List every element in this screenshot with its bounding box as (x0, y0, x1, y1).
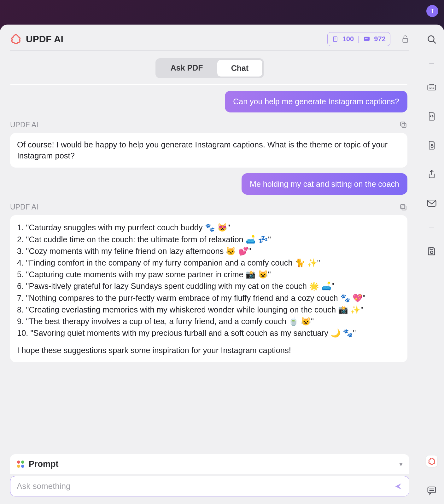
svg-rect-20 (428, 487, 436, 493)
page-count: 100 (342, 35, 354, 43)
ai-message: 1. "Caturday snuggles with my purrfect c… (10, 215, 407, 362)
toolbar-separator (429, 227, 434, 227)
save-icon[interactable] (426, 246, 437, 256)
svg-line-13 (433, 41, 435, 43)
caption-item: 7. "Nothing compares to the purr-fectly … (17, 293, 400, 304)
chat-input[interactable] (17, 481, 394, 491)
svg-point-4 (365, 38, 366, 39)
tab-ask-pdf[interactable]: Ask PDF (157, 60, 217, 77)
updf-logo-icon (10, 33, 21, 45)
page-icon (332, 36, 338, 42)
convert-icon[interactable] (426, 111, 437, 122)
svg-rect-9 (400, 122, 405, 126)
chat-input-row (10, 476, 409, 496)
svg-point-18 (430, 251, 433, 254)
tab-chat[interactable]: Chat (217, 60, 263, 77)
svg-rect-11 (400, 204, 405, 209)
svg-rect-19 (430, 248, 433, 249)
send-icon[interactable] (394, 482, 403, 490)
caption-item: 2. "Cat cuddle time on the couch: the ul… (17, 234, 400, 245)
chevron-down-icon: ▾ (400, 461, 402, 468)
ai-label: UPDF AI (10, 203, 38, 211)
notes-icon[interactable] (426, 485, 437, 496)
mode-segmented-control: Ask PDF Chat (155, 58, 264, 78)
svg-rect-7 (403, 38, 408, 43)
caption-item: 9. "The best therapy involves a cup of t… (17, 316, 400, 327)
right-toolbar: OCR (419, 25, 444, 504)
protect-icon[interactable] (426, 140, 437, 151)
copy-icon[interactable] (399, 203, 407, 211)
svg-rect-8 (402, 123, 406, 128)
copy-icon[interactable] (399, 121, 407, 129)
ocr-icon[interactable]: OCR (426, 82, 437, 93)
usage-counter[interactable]: 100 | 972 (327, 32, 390, 46)
ai-message: Of course! I would be happy to help you … (10, 133, 407, 168)
caption-item: 4. "Finding comfort in the company of my… (17, 257, 400, 268)
search-icon[interactable] (426, 34, 437, 45)
svg-text:OCR: OCR (429, 87, 435, 90)
caption-item: 10. "Savoring quiet moments with my prec… (17, 328, 400, 339)
counter-separator: | (358, 35, 359, 43)
svg-rect-16 (431, 146, 433, 147)
svg-point-5 (366, 38, 367, 39)
user-message: Can you help me generate Instagram capti… (225, 91, 407, 112)
ai-message-footer: I hope these suggestions spark some insp… (17, 345, 400, 356)
svg-rect-17 (427, 200, 436, 206)
chat-area[interactable]: Can you help me generate Instagram capti… (10, 84, 409, 450)
avatar[interactable]: T (426, 5, 438, 17)
caption-item: 5. "Capturing cute moments with my paw-s… (17, 269, 400, 280)
header: UPDF AI 100 | 972 (10, 32, 409, 51)
mail-icon[interactable] (426, 198, 437, 209)
svg-point-6 (368, 38, 369, 39)
ai-label: UPDF AI (10, 121, 38, 129)
ai-panel: UPDF AI 100 | 972 Ask PDF Chat Can you h… (0, 25, 444, 504)
prompt-label: Prompt (29, 459, 59, 469)
token-count: 972 (374, 35, 386, 43)
caption-item: 6. "Paws-itively grateful for lazy Sunda… (17, 281, 400, 292)
toolbar-separator (429, 63, 434, 64)
lock-icon[interactable] (401, 34, 409, 44)
updf-mini-logo[interactable] (426, 455, 437, 467)
prompt-dots-icon (17, 461, 24, 468)
user-message: Me holding my cat and sitting on the coa… (242, 173, 407, 195)
app-title: UPDF AI (26, 34, 63, 44)
prompt-toggle[interactable]: Prompt ▾ (10, 454, 409, 474)
caption-item: 1. "Caturday snuggles with my purrfect c… (17, 222, 400, 233)
caption-item: 3. "Cozy moments with my feline friend o… (17, 246, 400, 257)
caption-item: 8. "Creating everlasting memories with m… (17, 304, 400, 315)
svg-rect-10 (402, 206, 406, 210)
share-icon[interactable] (426, 169, 437, 180)
chat-icon (363, 36, 370, 42)
